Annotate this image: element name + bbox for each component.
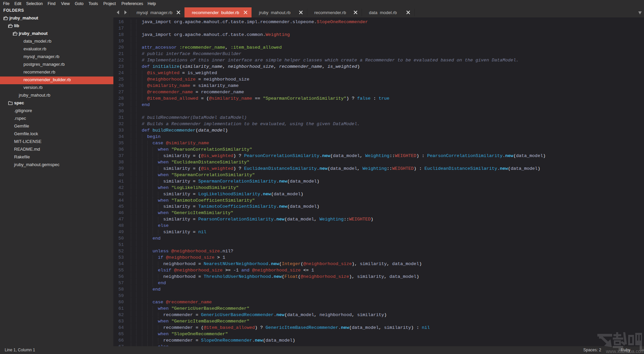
svg-text:www.xiazaiba.com: www.xiazaiba.com <box>606 349 644 354</box>
